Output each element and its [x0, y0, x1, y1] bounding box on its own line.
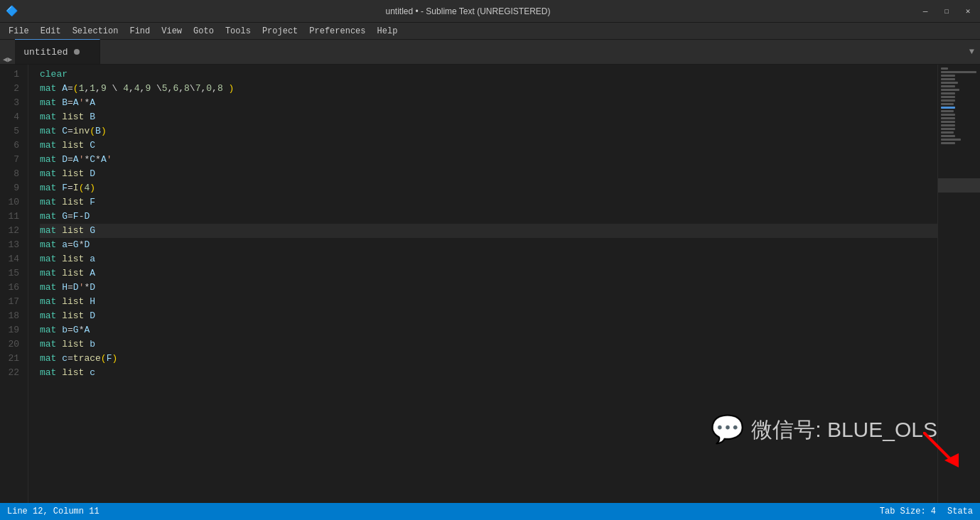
minimap-lines	[938, 65, 980, 148]
line-number-18: 18	[0, 309, 19, 323]
line-number-21: 21	[0, 352, 19, 366]
line-number-7: 7	[0, 153, 19, 167]
tab-arrows[interactable]: ◀ ▶	[0, 55, 15, 64]
minimap-highlight	[938, 178, 980, 193]
code-line-2: mat A=(1,1,9 \ 4,4,9 \5,6,8\7,0,8 )	[40, 82, 937, 96]
minimap-line-15	[941, 117, 955, 119]
minimap-line-16	[941, 121, 955, 123]
code-line-17: mat list H	[40, 295, 937, 309]
titlebar-title: untitled • - Sublime Text (UNREGISTERED)	[23, 6, 913, 16]
menu-item-file[interactable]: File	[3, 25, 35, 38]
minimap-line-19	[941, 131, 954, 134]
menu-item-selection[interactable]: Selection	[67, 25, 124, 38]
line-numbers: 12345678910111213141516171819202122	[0, 65, 28, 503]
app-icon: 🔷	[6, 6, 17, 17]
code-line-14: mat list a	[40, 252, 937, 266]
line-number-20: 20	[0, 337, 19, 352]
code-line-9: mat F=I(4)	[40, 181, 937, 195]
menu-item-tools[interactable]: Tools	[220, 25, 257, 38]
minimap-line-17	[941, 124, 955, 126]
statusbar-line-col: Line 12, Column 11	[7, 507, 99, 516]
minimap-line-13	[941, 110, 954, 112]
line-number-4: 4	[0, 110, 19, 124]
minimap-line-7	[941, 89, 959, 91]
line-number-13: 13	[0, 238, 19, 252]
line-number-6: 6	[0, 139, 19, 153]
code-area[interactable]: clearmat A=(1,1,9 \ 4,4,9 \5,6,8\7,0,8 )…	[28, 65, 937, 503]
code-line-13: mat a=G*D	[40, 238, 937, 252]
minimap-line-21	[941, 139, 961, 141]
window-controls: — ☐ ✕	[919, 5, 974, 18]
code-line-20: mat list b	[40, 337, 937, 352]
code-line-21: mat c=trace(F)	[40, 352, 937, 366]
tab-modified-dot	[74, 49, 80, 55]
line-number-5: 5	[0, 124, 19, 139]
code-line-5: mat C=inv(B)	[40, 124, 937, 139]
code-line-11: mat G=F-D	[40, 210, 937, 224]
line-number-16: 16	[0, 281, 19, 295]
minimap-line-3	[941, 75, 955, 77]
minimap-line-1	[941, 67, 948, 70]
titlebar: 🔷 untitled • - Sublime Text (UNREGISTERE…	[0, 0, 980, 23]
line-number-22: 22	[0, 366, 19, 380]
menu-item-project[interactable]: Project	[257, 25, 303, 38]
minimize-button[interactable]: —	[919, 5, 932, 18]
tab-label: untitled	[23, 47, 68, 58]
line-number-15: 15	[0, 266, 19, 281]
line-number-12: 12	[0, 224, 19, 238]
tabbar: ◀ ▶ untitled ▼	[0, 40, 980, 65]
minimap-line-18	[941, 128, 955, 130]
minimap-line-6	[941, 85, 955, 87]
code-line-8: mat list D	[40, 167, 937, 181]
code-line-19: mat b=G*A	[40, 323, 937, 337]
menu-item-find[interactable]: Find	[124, 25, 156, 38]
menu-item-goto[interactable]: Goto	[188, 25, 220, 38]
statusbar-left: Line 12, Column 11	[7, 507, 99, 516]
code-line-16: mat H=D'*D	[40, 281, 937, 295]
tab-dropdown-button[interactable]: ▼	[964, 47, 980, 57]
minimap-line-20	[941, 135, 955, 137]
minimap	[937, 65, 980, 503]
code-line-1: clear	[40, 67, 937, 82]
code-line-10: mat list F	[40, 195, 937, 210]
code-line-3: mat B=A'*A	[40, 96, 937, 110]
tab-arrow-left[interactable]: ◀	[3, 55, 8, 64]
line-number-8: 8	[0, 167, 19, 181]
line-number-10: 10	[0, 195, 19, 210]
minimap-line-9	[941, 96, 955, 98]
close-button[interactable]: ✕	[962, 5, 974, 18]
code-line-7: mat D=A'*C*A'	[40, 153, 937, 167]
line-number-19: 19	[0, 323, 19, 337]
line-number-3: 3	[0, 96, 19, 110]
code-line-6: mat list C	[40, 139, 937, 153]
code-line-22: mat list c	[40, 366, 937, 380]
statusbar-tab-size: Tab Size: 4	[880, 507, 936, 516]
code-line-18: mat list D	[40, 309, 937, 323]
menubar: FileEditSelectionFindViewGotoToolsProjec…	[0, 23, 980, 40]
minimap-line-14	[941, 114, 955, 116]
minimap-line-5	[941, 82, 958, 84]
tab-arrow-right[interactable]: ▶	[8, 55, 13, 64]
menu-item-help[interactable]: Help	[372, 25, 404, 38]
minimap-line-11	[941, 103, 954, 105]
code-line-15: mat list A	[40, 266, 937, 281]
menu-item-edit[interactable]: Edit	[35, 25, 67, 38]
line-number-17: 17	[0, 295, 19, 309]
editor: 12345678910111213141516171819202122 clea…	[0, 65, 980, 503]
minimap-line-2	[941, 71, 976, 73]
code-line-12: mat list G	[40, 224, 937, 238]
menu-item-preferences[interactable]: Preferences	[303, 25, 371, 38]
line-number-11: 11	[0, 210, 19, 224]
minimap-line-12	[941, 107, 955, 109]
code-line-4: mat list B	[40, 110, 937, 124]
minimap-line-22	[941, 142, 955, 144]
minimap-line-4	[941, 78, 955, 80]
statusbar: Line 12, Column 11 Tab Size: 4 Stata	[0, 503, 980, 520]
minimap-line-10	[941, 99, 955, 102]
statusbar-right: Tab Size: 4 Stata	[880, 507, 973, 516]
maximize-button[interactable]: ☐	[940, 5, 953, 18]
statusbar-syntax: Stata	[947, 507, 973, 516]
tab-untitled[interactable]: untitled	[15, 39, 100, 64]
line-number-9: 9	[0, 181, 19, 195]
menu-item-view[interactable]: View	[156, 25, 188, 38]
